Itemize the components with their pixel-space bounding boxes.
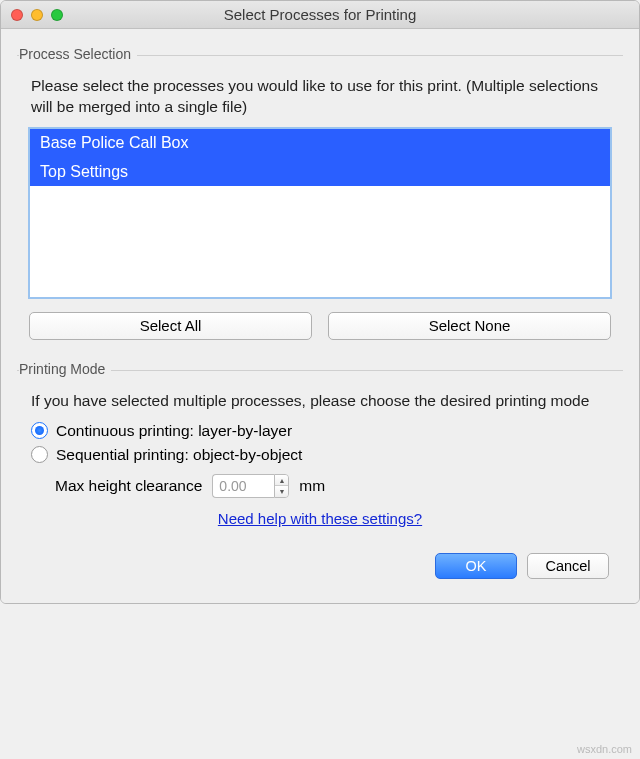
watermark: wsxdn.com xyxy=(577,743,632,755)
ok-button[interactable]: OK xyxy=(435,553,517,579)
dialog-content: Process Selection Please select the proc… xyxy=(1,29,639,603)
clearance-label: Max height clearance xyxy=(55,477,202,495)
radio-icon[interactable] xyxy=(31,446,48,463)
select-none-button[interactable]: Select None xyxy=(328,312,611,340)
window-title: Select Processes for Printing xyxy=(1,6,639,23)
clearance-input[interactable] xyxy=(212,474,274,498)
stepper-up-icon[interactable]: ▲ xyxy=(275,475,288,487)
list-item[interactable]: Base Police Call Box xyxy=(30,129,610,158)
process-selection-group: Process Selection Please select the proc… xyxy=(17,55,623,352)
select-all-button[interactable]: Select All xyxy=(29,312,312,340)
cancel-button[interactable]: Cancel xyxy=(527,553,609,579)
process-listbox[interactable]: Base Police Call Box Top Settings xyxy=(29,128,611,298)
clearance-input-wrap: ▲ ▼ xyxy=(212,474,289,498)
printing-mode-label: Printing Mode xyxy=(19,361,111,377)
radio-icon[interactable] xyxy=(31,422,48,439)
dialog-footer: OK Cancel xyxy=(17,539,623,589)
printing-mode-group: Printing Mode If you have selected multi… xyxy=(17,370,623,539)
dialog-window: Select Processes for Printing Process Se… xyxy=(0,0,640,604)
help-link-row: Need help with these settings? xyxy=(29,510,611,527)
titlebar: Select Processes for Printing xyxy=(1,1,639,29)
process-selection-label: Process Selection xyxy=(19,46,137,62)
radio-continuous[interactable]: Continuous printing: layer-by-layer xyxy=(31,422,609,440)
process-selection-instruction: Please select the processes you would li… xyxy=(31,76,609,118)
clearance-unit: mm xyxy=(299,477,325,495)
printing-mode-instruction: If you have selected multiple processes,… xyxy=(31,391,609,412)
stepper-down-icon[interactable]: ▼ xyxy=(275,486,288,497)
help-link[interactable]: Need help with these settings? xyxy=(218,510,422,527)
clearance-row: Max height clearance ▲ ▼ mm xyxy=(55,474,609,498)
list-item[interactable]: Top Settings xyxy=(30,158,610,187)
radio-label: Sequential printing: object-by-object xyxy=(56,446,302,464)
selection-button-row: Select All Select None xyxy=(29,312,611,340)
radio-sequential[interactable]: Sequential printing: object-by-object xyxy=(31,446,609,464)
clearance-stepper: ▲ ▼ xyxy=(274,474,289,498)
radio-label: Continuous printing: layer-by-layer xyxy=(56,422,292,440)
